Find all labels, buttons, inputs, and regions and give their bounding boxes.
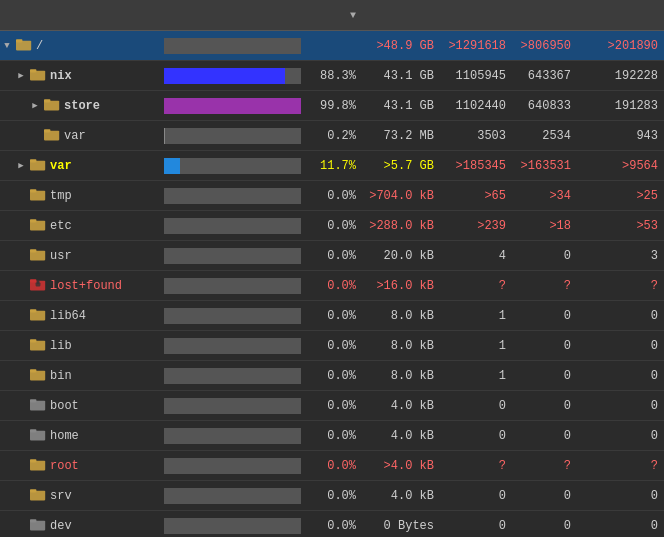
- subdirs-cell: 0: [577, 429, 664, 443]
- bar-cell: [160, 338, 305, 354]
- files-cell: 2534: [512, 129, 577, 143]
- pct-cell: 0.0%: [305, 339, 360, 353]
- table-row[interactable]: boot0.0%4.0 kB000: [0, 391, 664, 421]
- files-cell: 0: [512, 489, 577, 503]
- table-row[interactable]: var0.2%73.2 MB35032534943: [0, 121, 664, 151]
- pct-cell: 0.0%: [305, 489, 360, 503]
- folder-icon: [30, 367, 48, 385]
- folder-icon: [30, 67, 48, 85]
- subdirs-cell: 0: [577, 369, 664, 383]
- bar-outer: [164, 308, 301, 324]
- subdirs-cell: 0: [577, 309, 664, 323]
- files-cell: 643367: [512, 69, 577, 83]
- file-name: tmp: [50, 189, 72, 203]
- expand-button[interactable]: ▶: [28, 100, 42, 111]
- size-cell: 8.0 kB: [360, 339, 440, 353]
- name-cell: root: [0, 457, 160, 475]
- folder-icon: [30, 277, 48, 295]
- subdirs-cell: 0: [577, 339, 664, 353]
- files-cell: >163531: [512, 159, 577, 173]
- items-cell: 1: [440, 309, 512, 323]
- table-row[interactable]: root0.0%>4.0 kB???: [0, 451, 664, 481]
- size-cell: >16.0 kB: [360, 279, 440, 293]
- table-header: ▼: [0, 0, 664, 31]
- bar-cell: [160, 368, 305, 384]
- items-cell: >239: [440, 219, 512, 233]
- name-cell: bin: [0, 367, 160, 385]
- bar-cell: [160, 488, 305, 504]
- svg-rect-3: [30, 69, 36, 72]
- table-row[interactable]: tmp0.0%>704.0 kB>65>34>25: [0, 181, 664, 211]
- folder-icon: [16, 37, 34, 55]
- folder-icon: [44, 127, 62, 145]
- subdirs-cell: 0: [577, 489, 664, 503]
- table-row[interactable]: bin0.0%8.0 kB100: [0, 361, 664, 391]
- name-cell: usr: [0, 247, 160, 265]
- bar-outer: [164, 68, 301, 84]
- folder-icon: [30, 247, 48, 265]
- subdirs-cell: 192228: [577, 69, 664, 83]
- bar-cell: [160, 458, 305, 474]
- size-cell: 43.1 GB: [360, 99, 440, 113]
- name-cell: srv: [0, 487, 160, 505]
- file-name: boot: [50, 399, 79, 413]
- svg-rect-29: [30, 429, 36, 432]
- name-cell: home: [0, 427, 160, 445]
- expand-button[interactable]: ▶: [14, 70, 28, 81]
- folder-icon: [30, 307, 48, 325]
- bar-outer: [164, 188, 301, 204]
- size-cell: 8.0 kB: [360, 309, 440, 323]
- subdirs-cell: >201890: [577, 39, 664, 53]
- folder-icon: [30, 427, 48, 445]
- expand-button[interactable]: ▼: [0, 41, 14, 51]
- svg-rect-21: [30, 309, 36, 312]
- table-row[interactable]: ▶ store99.8%43.1 GB1102440640833191283: [0, 91, 664, 121]
- bar-fill: [164, 98, 301, 114]
- table-row[interactable]: dev0.0%0 Bytes000: [0, 511, 664, 537]
- svg-rect-31: [30, 459, 36, 462]
- svg-rect-9: [30, 159, 36, 162]
- items-cell: 4: [440, 249, 512, 263]
- bar-outer: [164, 518, 301, 534]
- files-cell: 0: [512, 309, 577, 323]
- bar-cell: [160, 158, 305, 174]
- file-name: dev: [50, 519, 72, 533]
- file-name: home: [50, 429, 79, 443]
- bar-outer: [164, 458, 301, 474]
- table-row[interactable]: ▶ var11.7%>5.7 GB>185345>163531>9564: [0, 151, 664, 181]
- svg-rect-17: [30, 279, 36, 282]
- expand-button[interactable]: ▶: [14, 160, 28, 171]
- subdirs-cell: 191283: [577, 99, 664, 113]
- pct-cell: 0.0%: [305, 249, 360, 263]
- table-row[interactable]: usr0.0%20.0 kB403: [0, 241, 664, 271]
- name-cell: ▶ store: [0, 97, 160, 115]
- table-row[interactable]: lib0.0%8.0 kB100: [0, 331, 664, 361]
- bar-outer: [164, 488, 301, 504]
- file-name: nix: [50, 69, 72, 83]
- files-cell: 0: [512, 249, 577, 263]
- folder-icon: [30, 487, 48, 505]
- size-cell: >4.0 kB: [360, 459, 440, 473]
- table-row[interactable]: etc0.0%>288.0 kB>239>18>53: [0, 211, 664, 241]
- pct-cell: 0.0%: [305, 279, 360, 293]
- header-pct[interactable]: ▼: [305, 10, 360, 21]
- table-row[interactable]: srv0.0%4.0 kB000: [0, 481, 664, 511]
- file-tree-table: ▼ ▼ />48.9 GB>1291618>806950>201890▶ nix…: [0, 0, 664, 537]
- items-cell: 1102440: [440, 99, 512, 113]
- table-row[interactable]: ▶ nix88.3%43.1 GB1105945643367192228: [0, 61, 664, 91]
- table-row[interactable]: home0.0%4.0 kB000: [0, 421, 664, 451]
- bar-cell: [160, 518, 305, 534]
- pct-cell: 0.0%: [305, 219, 360, 233]
- table-row[interactable]: lib640.0%8.0 kB100: [0, 301, 664, 331]
- svg-rect-25: [30, 369, 36, 372]
- svg-rect-13: [30, 219, 36, 222]
- file-name: /: [36, 39, 43, 53]
- table-row[interactable]: lost+found0.0%>16.0 kB???: [0, 271, 664, 301]
- file-name: lost+found: [50, 279, 122, 293]
- sort-arrow-icon: ▼: [350, 10, 356, 21]
- size-cell: >48.9 GB: [360, 39, 440, 53]
- pct-cell: 0.0%: [305, 189, 360, 203]
- bar-cell: [160, 38, 305, 54]
- table-row[interactable]: ▼ />48.9 GB>1291618>806950>201890: [0, 31, 664, 61]
- bar-outer: [164, 278, 301, 294]
